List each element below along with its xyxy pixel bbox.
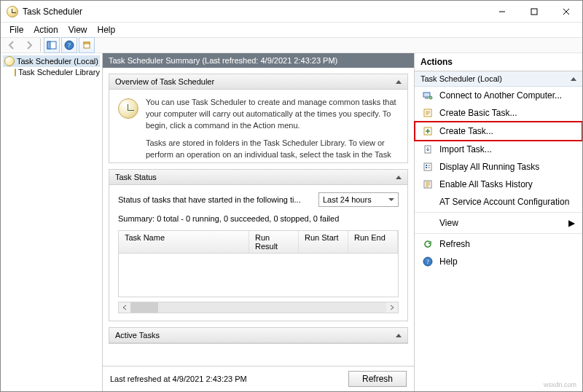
chevron-up-icon xyxy=(396,80,402,84)
action-help[interactable]: ? Help xyxy=(415,253,582,270)
action-label: Enable All Tasks History xyxy=(439,179,533,189)
panel-task-status-header[interactable]: Task Status xyxy=(109,170,407,185)
actions-divider xyxy=(415,233,582,234)
action-connect-computer[interactable]: Connect to Another Computer... xyxy=(415,87,582,104)
action-import-task[interactable]: Import Task... xyxy=(415,141,582,158)
chevron-up-icon xyxy=(396,176,402,179)
svg-point-12 xyxy=(429,96,432,99)
svg-rect-10 xyxy=(423,93,430,97)
folder-icon xyxy=(15,68,16,77)
scroll-left-icon[interactable] xyxy=(119,302,130,313)
view-icon xyxy=(422,217,434,229)
actions-divider xyxy=(415,212,582,213)
chevron-right-icon: ▶ xyxy=(568,218,575,228)
col-run-end[interactable]: Run End xyxy=(348,231,398,253)
tree-root[interactable]: Task Scheduler (Local) xyxy=(3,55,100,67)
center-body: Overview of Task Scheduler You can use T… xyxy=(103,68,414,366)
actions-title: Actions xyxy=(415,53,582,71)
action-label: Connect to Another Computer... xyxy=(439,90,562,101)
menu-action[interactable]: Action xyxy=(29,23,62,36)
window-title: Task Scheduler xyxy=(23,7,486,17)
showpane-button[interactable] xyxy=(44,37,60,53)
toolbar-separator xyxy=(40,39,41,52)
task-grid: Task Name Run Result Run Start Run End xyxy=(118,230,399,297)
footer-row: Last refreshed at 4/9/2021 2:43:23 PM Re… xyxy=(103,366,414,391)
menu-help[interactable]: Help xyxy=(93,23,120,36)
history-icon xyxy=(422,179,434,190)
panel-overview-header[interactable]: Overview of Task Scheduler xyxy=(109,74,407,90)
task-grid-header: Task Name Run Result Run Start Run End xyxy=(119,231,398,254)
close-button[interactable] xyxy=(550,1,582,23)
running-tasks-icon xyxy=(422,161,434,173)
panel-active-tasks-header[interactable]: Active Tasks xyxy=(109,328,407,343)
maximize-button[interactable] xyxy=(518,1,550,23)
summary-header: Task Scheduler Summary (Last refreshed: … xyxy=(103,53,414,68)
action-label: Refresh xyxy=(439,239,470,249)
horizontal-scrollbar[interactable] xyxy=(118,302,399,313)
svg-rect-16 xyxy=(424,163,431,170)
actions-scope-label: Task Scheduler (Local) xyxy=(420,74,502,83)
panel-task-status-title: Task Status xyxy=(115,173,157,181)
service-icon xyxy=(422,196,434,208)
tree-root-label: Task Scheduler (Local) xyxy=(17,57,98,66)
svg-rect-9 xyxy=(84,42,90,44)
scroll-thumb[interactable] xyxy=(130,302,158,313)
refresh-button[interactable]: Refresh xyxy=(348,371,407,387)
menubar: File Action View Help xyxy=(1,23,582,37)
svg-rect-1 xyxy=(531,9,537,15)
app-icon xyxy=(7,6,18,17)
help-toolbar-button[interactable]: ? xyxy=(61,37,77,53)
scroll-track[interactable] xyxy=(130,302,386,313)
svg-rect-18 xyxy=(426,167,427,168)
create-task-icon xyxy=(422,125,434,137)
forward-button[interactable] xyxy=(21,37,37,53)
action-at-service[interactable]: AT Service Account Configuration xyxy=(415,193,582,211)
tree-library[interactable]: Task Scheduler Library xyxy=(3,67,100,77)
last-refreshed-label: Last refreshed at 4/9/2021 2:43:23 PM xyxy=(110,375,247,383)
action-display-running[interactable]: Display All Running Tasks xyxy=(415,158,582,176)
chevron-up-icon xyxy=(571,77,576,81)
action-label: Import Task... xyxy=(439,144,492,154)
svg-rect-5 xyxy=(47,42,50,49)
minimize-button[interactable] xyxy=(486,1,518,23)
col-run-result[interactable]: Run Result xyxy=(249,231,299,253)
back-button[interactable] xyxy=(4,37,20,53)
center-pane: Task Scheduler Summary (Last refreshed: … xyxy=(103,53,415,391)
task-status-filter-dropdown[interactable]: Last 24 hours xyxy=(318,192,399,207)
task-status-summary: Summary: 0 total - 0 running, 0 succeede… xyxy=(109,214,407,230)
refresh-icon xyxy=(422,238,434,250)
tree-library-label: Task Scheduler Library xyxy=(18,68,100,77)
action-label: AT Service Account Configuration xyxy=(439,197,569,207)
action-view[interactable]: View ▶ xyxy=(415,214,582,232)
newwindow-button[interactable] xyxy=(79,37,95,53)
overview-para1: You can use Task Scheduler to create and… xyxy=(146,97,399,132)
action-label: Display All Running Tasks xyxy=(439,162,539,172)
panel-overview: Overview of Task Scheduler You can use T… xyxy=(109,74,408,163)
tree-pane: Task Scheduler (Local) Task Scheduler Li… xyxy=(1,53,103,391)
action-enable-history[interactable]: Enable All Tasks History xyxy=(415,176,582,193)
panel-active-tasks: Active Tasks xyxy=(109,327,408,344)
action-label: Help xyxy=(439,256,458,267)
menu-view[interactable]: View xyxy=(64,23,92,36)
dropdown-value: Last 24 hours xyxy=(323,195,372,204)
panel-overview-title: Overview of Task Scheduler xyxy=(115,77,214,86)
col-task-name[interactable]: Task Name xyxy=(119,231,249,253)
actions-scope-header[interactable]: Task Scheduler (Local) xyxy=(415,71,582,87)
col-run-start[interactable]: Run Start xyxy=(299,231,348,253)
action-label: Create Task... xyxy=(439,126,493,136)
computer-icon xyxy=(422,90,434,101)
help-icon: ? xyxy=(422,256,434,267)
action-create-task[interactable]: Create Task... xyxy=(415,122,582,141)
big-clock-icon xyxy=(118,98,138,119)
action-refresh[interactable]: Refresh xyxy=(415,235,582,253)
task-grid-body xyxy=(119,254,398,297)
chevron-up-icon xyxy=(396,334,402,337)
import-icon xyxy=(422,144,434,155)
window-controls xyxy=(486,1,582,23)
actions-pane: Actions Task Scheduler (Local) Connect t… xyxy=(415,53,582,391)
basic-task-icon xyxy=(422,107,434,119)
scroll-right-icon[interactable] xyxy=(386,302,398,313)
action-create-basic-task[interactable]: Create Basic Task... xyxy=(415,104,582,122)
svg-text:?: ? xyxy=(426,258,429,265)
menu-file[interactable]: File xyxy=(5,23,28,36)
